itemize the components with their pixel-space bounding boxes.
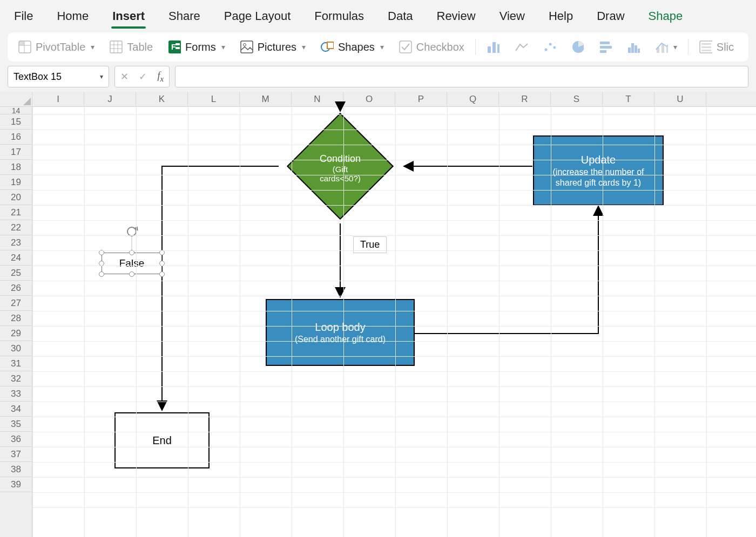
line-chart-button[interactable] <box>510 38 532 56</box>
svg-rect-32 <box>638 49 640 53</box>
menu-review[interactable]: Review <box>427 3 485 30</box>
row-header[interactable]: 20 <box>0 190 32 205</box>
forms-icon: F <box>168 40 181 53</box>
row-header[interactable]: 18 <box>0 160 32 175</box>
column-header[interactable]: J <box>84 92 136 106</box>
pictures-button[interactable]: Pictures ▾ <box>236 38 310 56</box>
spreadsheet-grid[interactable]: I J K L M N O P Q R S T U 14 15 16 17 18… <box>0 92 756 537</box>
row-header[interactable]: 37 <box>0 447 32 462</box>
name-box[interactable]: TextBox 15 ▾ <box>8 66 109 87</box>
end-box[interactable]: End <box>114 412 210 468</box>
row-header[interactable]: 36 <box>0 432 32 447</box>
false-textbox-selected[interactable]: False <box>102 253 162 274</box>
column-header[interactable]: S <box>551 92 603 106</box>
column-header[interactable]: O <box>343 92 395 106</box>
column-header[interactable]: N <box>292 92 343 106</box>
formula-controls: ✕ ✓ fx <box>114 66 170 87</box>
scatter-chart-icon <box>543 40 556 53</box>
row-header[interactable]: 16 <box>0 130 32 145</box>
column-header[interactable]: T <box>603 92 654 106</box>
menu-draw[interactable]: Draw <box>587 3 634 30</box>
menu-page-layout[interactable]: Page Layout <box>214 3 301 30</box>
menu-help[interactable]: Help <box>539 3 583 30</box>
menu-view[interactable]: View <box>490 3 535 30</box>
accept-formula-icon[interactable]: ✓ <box>139 71 147 83</box>
picture-icon <box>240 40 253 53</box>
column-header[interactable]: M <box>240 92 292 106</box>
resize-handle[interactable] <box>129 271 134 277</box>
column-header[interactable]: Q <box>447 92 499 106</box>
row-header[interactable]: 39 <box>0 477 32 492</box>
hbar-chart-button[interactable] <box>595 38 616 56</box>
menu-file[interactable]: File <box>4 3 43 30</box>
menu-share[interactable]: Share <box>159 3 210 30</box>
menu-formulas[interactable]: Formulas <box>305 3 374 30</box>
row-header[interactable]: 21 <box>0 205 32 220</box>
menu-insert[interactable]: Insert <box>103 3 154 30</box>
column-header[interactable]: L <box>188 92 240 106</box>
column-header[interactable]: K <box>136 92 188 106</box>
column-header[interactable]: I <box>32 92 84 106</box>
row-header[interactable]: 38 <box>0 462 32 477</box>
bar-chart-button[interactable] <box>482 38 504 56</box>
row-header[interactable]: 34 <box>0 402 32 417</box>
loop-body-title: Loop body <box>315 321 365 334</box>
row-header[interactable]: 35 <box>0 417 32 432</box>
column-header[interactable]: R <box>499 92 551 106</box>
pivot-table-button[interactable]: PivotTable ▾ <box>14 38 99 56</box>
svg-rect-13 <box>241 41 253 53</box>
row-header[interactable]: 28 <box>0 311 32 326</box>
row-header[interactable]: 26 <box>0 281 32 296</box>
chevron-down-icon: ▾ <box>673 43 677 51</box>
menu-home[interactable]: Home <box>47 3 98 30</box>
row-header[interactable]: 31 <box>0 356 32 371</box>
end-title: End <box>152 434 172 447</box>
svg-point-22 <box>549 43 551 46</box>
condition-sub: (Gift <box>333 164 348 173</box>
row-header[interactable]: 24 <box>0 250 32 266</box>
resize-handle[interactable] <box>159 271 165 277</box>
forms-button[interactable]: F Forms ▾ <box>164 38 230 56</box>
resize-handle[interactable] <box>99 271 104 277</box>
shapes-button[interactable]: Shapes ▾ <box>316 38 388 56</box>
table-button[interactable]: Table <box>105 38 157 56</box>
combo-chart-icon <box>655 40 668 53</box>
menu-data[interactable]: Data <box>378 3 422 30</box>
fx-icon[interactable]: fx <box>158 70 164 84</box>
row-header[interactable]: 14 <box>0 107 32 114</box>
column-headers: I J K L M N O P Q R S T U <box>32 92 756 107</box>
combo-chart-button[interactable]: ▾ <box>651 38 681 56</box>
formula-bar[interactable] <box>175 66 748 87</box>
row-header[interactable]: 29 <box>0 326 32 341</box>
column-header[interactable]: P <box>395 92 447 106</box>
update-box[interactable]: Update (increase the number of shared gi… <box>533 135 664 206</box>
pie-chart-button[interactable] <box>566 38 588 56</box>
checkbox-button[interactable]: Checkbox <box>395 38 469 56</box>
row-header[interactable]: 33 <box>0 386 32 402</box>
row-header[interactable]: 30 <box>0 341 32 356</box>
ribbon-divider <box>688 39 688 55</box>
shapes-icon <box>321 40 334 53</box>
row-header[interactable]: 27 <box>0 296 32 311</box>
slicer-button[interactable]: Slic <box>695 38 738 56</box>
row-header[interactable]: 19 <box>0 175 32 190</box>
select-all-corner[interactable] <box>0 92 32 107</box>
formula-row: TextBox 15 ▾ ✕ ✓ fx <box>0 62 756 90</box>
svg-rect-35 <box>666 46 668 53</box>
cancel-formula-icon[interactable]: ✕ <box>120 71 129 83</box>
row-header[interactable]: 22 <box>0 220 32 235</box>
svg-rect-20 <box>497 44 500 53</box>
row-header[interactable]: 23 <box>0 235 32 250</box>
row-header[interactable]: 15 <box>0 114 32 130</box>
row-header[interactable]: 17 <box>0 145 32 160</box>
scatter-chart-button[interactable] <box>538 38 560 56</box>
chevron-down-icon: ▾ <box>100 73 103 80</box>
column-header[interactable]: U <box>654 92 706 106</box>
row-header[interactable]: 25 <box>0 266 32 281</box>
row-header[interactable]: 32 <box>0 371 32 386</box>
histogram-button[interactable] <box>623 38 644 56</box>
cells-area[interactable]: /* gridlines generated below via JS for … <box>32 107 756 537</box>
menu-shape-context[interactable]: Shape <box>639 3 693 30</box>
pictures-label: Pictures <box>258 41 296 53</box>
slicer-label: Slic <box>717 41 734 53</box>
